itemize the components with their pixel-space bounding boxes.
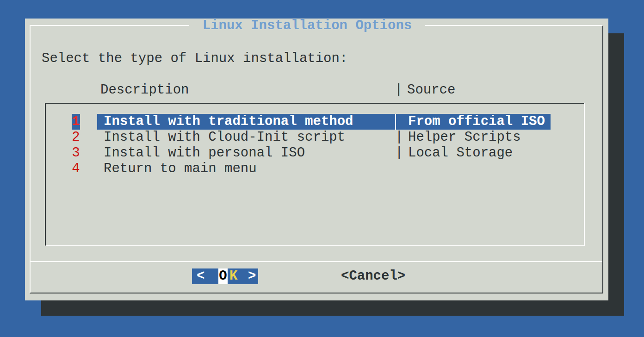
menu-item-source: From official ISO <box>408 114 545 130</box>
button-area-separator <box>31 261 602 262</box>
menu-list: 1 Install with traditional method From o… <box>45 103 585 246</box>
menu-item-source: Helper Scripts <box>408 130 521 145</box>
terminal-screen: { "colors": { "bg": "#3465a4", "dialog":… <box>0 0 644 337</box>
dialog-title: Linux Installation Options <box>189 19 425 32</box>
menu-item-install-traditional[interactable]: 1 Install with traditional method From o… <box>46 114 584 130</box>
menu-item-description: Return to main menu <box>104 161 257 177</box>
column-separator: | <box>395 82 402 98</box>
menu-item-description: Install with traditional method <box>104 114 353 130</box>
menu-item-number: 1 <box>72 114 80 130</box>
column-separator: | <box>395 145 403 161</box>
menu-item-install-cloud-init[interactable]: 2 Install with Cloud-Init script | Helpe… <box>46 130 584 145</box>
selected-item-highlight: Install with traditional method From off… <box>97 114 551 130</box>
column-header-row: Description | Source <box>25 82 608 98</box>
ok-button[interactable]: < O K > <box>192 268 258 284</box>
menu-item-install-personal-iso[interactable]: 3 Install with personal ISO | Local Stor… <box>46 145 584 161</box>
column-header-source: Source <box>407 82 455 98</box>
menu-item-source: Local Storage <box>408 145 513 161</box>
column-header-description: Description <box>100 82 189 98</box>
linux-installation-options-dialog: Linux Installation Options Select the ty… <box>25 19 608 300</box>
menu-item-number: 3 <box>72 145 80 161</box>
menu-item-description: Install with personal ISO <box>104 145 305 161</box>
prompt-text: Select the type of Linux installation: <box>42 51 347 67</box>
menu-item-number: 4 <box>72 161 80 177</box>
column-separator <box>395 114 396 130</box>
menu-item-number: 2 <box>72 130 80 145</box>
ok-right-bracket: > <box>248 268 256 284</box>
ok-hotkey-letter: K <box>229 268 237 284</box>
text-cursor: O <box>218 268 228 284</box>
menu-item-return-main-menu[interactable]: 4 Return to main menu <box>46 161 584 177</box>
column-separator: | <box>395 130 403 145</box>
cancel-button[interactable]: <Cancel> <box>341 268 405 284</box>
ok-left-bracket: < <box>197 268 204 284</box>
menu-item-description: Install with Cloud-Init script <box>104 130 345 145</box>
